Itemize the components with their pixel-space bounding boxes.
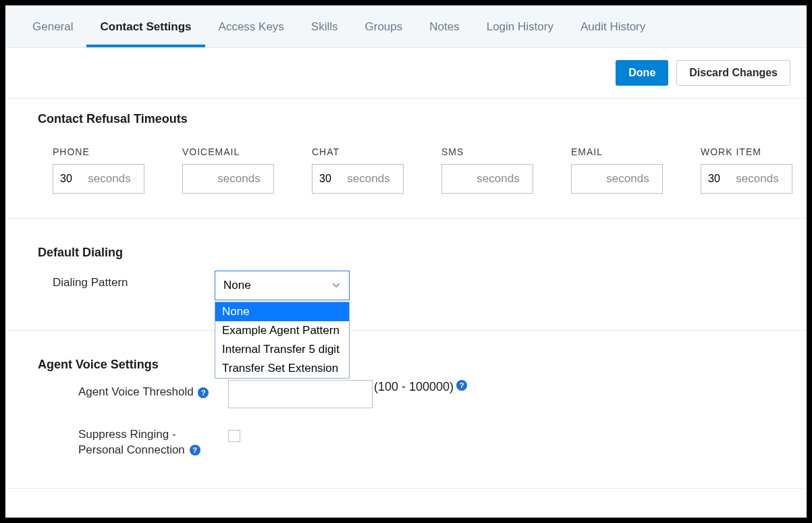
timeout-input-wrap-chat: seconds: [312, 164, 404, 194]
timeout-label-workitem: WORK ITEM: [701, 146, 792, 157]
timeout-input-email[interactable]: [572, 173, 600, 185]
done-button[interactable]: Done: [616, 60, 668, 86]
discard-button[interactable]: Discard Changes: [676, 60, 790, 86]
tab-notes[interactable]: Notes: [416, 5, 472, 47]
suppress-label-wrap: Suppress Ringing - Personal Connection ?: [78, 427, 228, 458]
timeout-input-phone[interactable]: [53, 173, 82, 185]
field-row-suppress: Suppress Ringing - Personal Connection ?: [5, 414, 807, 464]
timeout-input-workitem[interactable]: [701, 173, 730, 185]
section-title-refusal: Contact Refusal Timeouts: [5, 99, 807, 126]
timeout-input-wrap-voicemail: seconds: [182, 164, 274, 194]
dialing-pattern-menu: None Example Agent Pattern Internal Tran…: [215, 302, 350, 379]
section-contact-handling: Contact Handling Single Channel Handling: [5, 489, 807, 518]
timeout-unit: seconds: [600, 172, 662, 186]
tab-audit-history[interactable]: Audit History: [567, 5, 659, 47]
timeout-input-wrap-phone: seconds: [53, 164, 144, 194]
field-row-dialing-pattern: Dialing Pattern None None Example Agent …: [5, 260, 807, 306]
field-row-threshold: Agent Voice Threshold ? (100 - 100000) ?: [5, 372, 807, 414]
section-title-voice: Agent Voice Settings: [5, 344, 807, 372]
dialing-pattern-selected: None: [223, 279, 251, 292]
timeout-row: PHONE seconds VOICEMAIL seconds CHAT: [5, 126, 807, 218]
section-refusal-timeouts: Contact Refusal Timeouts PHONE seconds V…: [5, 99, 807, 219]
suppress-label-line2: Personal Connection: [78, 443, 185, 456]
threshold-label-wrap: Agent Voice Threshold ?: [78, 380, 228, 399]
help-icon[interactable]: ?: [456, 380, 467, 391]
tab-login-history[interactable]: Login History: [473, 5, 567, 47]
timeout-label-phone: PHONE: [53, 146, 144, 157]
timeout-unit: seconds: [470, 172, 533, 186]
content-scroll: Contact Refusal Timeouts PHONE seconds V…: [5, 99, 807, 518]
timeout-input-sms[interactable]: [442, 173, 470, 185]
action-bar: Done Discard Changes: [5, 48, 807, 99]
tab-groups[interactable]: Groups: [352, 5, 416, 47]
dialing-pattern-dropdown-wrap: None None Example Agent Pattern Internal…: [215, 271, 350, 300]
timeout-field-chat: CHAT seconds: [312, 146, 404, 194]
tab-general[interactable]: General: [19, 5, 86, 47]
timeout-label-sms: SMS: [441, 146, 533, 157]
tab-contact-settings[interactable]: Contact Settings: [86, 5, 205, 47]
tab-access-keys[interactable]: Access Keys: [205, 5, 298, 47]
dialing-pattern-dropdown[interactable]: None: [215, 271, 350, 300]
section-title-dialing: Default Dialing: [5, 232, 807, 260]
timeout-label-email: EMAIL: [571, 146, 663, 157]
dialing-pattern-label: Dialing Pattern: [53, 271, 215, 290]
suppress-ringing-checkbox[interactable]: [228, 430, 240, 442]
timeout-input-chat[interactable]: [313, 173, 341, 185]
timeout-label-chat: CHAT: [312, 146, 404, 157]
timeout-unit: seconds: [82, 172, 144, 186]
timeout-label-voicemail: VOICEMAIL: [182, 146, 274, 157]
dialing-option-transfer-set[interactable]: Transfer Set Extension: [215, 359, 349, 378]
timeout-field-voicemail: VOICEMAIL seconds: [182, 146, 274, 194]
timeout-unit: seconds: [341, 172, 403, 186]
timeout-field-email: EMAIL seconds: [571, 146, 663, 194]
tab-skills[interactable]: Skills: [298, 5, 352, 47]
threshold-label: Agent Voice Threshold: [78, 385, 194, 398]
dialing-option-example[interactable]: Example Agent Pattern: [215, 321, 349, 340]
tabs-bar: General Contact Settings Access Keys Ski…: [5, 5, 807, 48]
timeout-field-phone: PHONE seconds: [53, 146, 144, 194]
timeout-unit: seconds: [730, 172, 792, 186]
dialing-option-internal[interactable]: Internal Transfer 5 digit: [215, 340, 349, 359]
timeout-input-wrap-email: seconds: [571, 164, 663, 194]
threshold-hint: (100 - 100000): [374, 380, 454, 394]
section-title-handling: Contact Handling: [5, 502, 807, 518]
timeout-field-workitem: WORK ITEM seconds: [701, 146, 792, 194]
dialing-option-none[interactable]: None: [215, 302, 349, 321]
suppress-label-line1: Suppress Ringing -: [78, 428, 176, 441]
help-icon[interactable]: ?: [190, 445, 200, 456]
chevron-down-icon: [331, 281, 341, 290]
section-agent-voice: Agent Voice Settings Agent Voice Thresho…: [5, 331, 807, 489]
section-default-dialing: Default Dialing Dialing Pattern None Non…: [5, 219, 807, 331]
help-icon[interactable]: ?: [198, 387, 209, 398]
timeout-field-sms: SMS seconds: [441, 146, 533, 194]
timeout-input-voicemail[interactable]: [183, 173, 211, 185]
timeout-input-wrap-sms: seconds: [441, 164, 533, 194]
page-root: General Contact Settings Access Keys Ski…: [5, 5, 807, 518]
timeout-unit: seconds: [211, 172, 273, 186]
threshold-input[interactable]: [228, 380, 373, 408]
timeout-input-wrap-workitem: seconds: [701, 164, 792, 194]
